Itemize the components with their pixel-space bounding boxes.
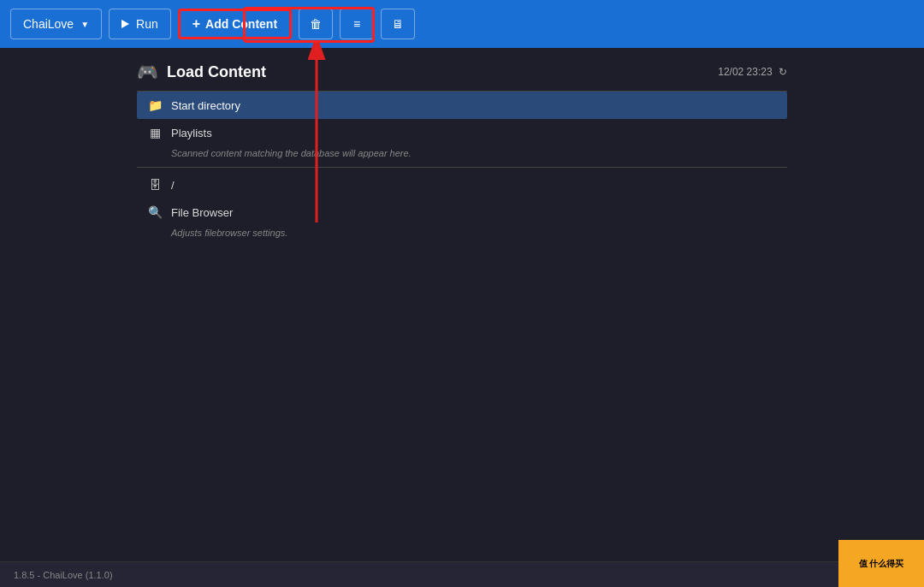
load-content-timestamp: 12/02 23:23 ↻ <box>718 66 787 78</box>
chevron-down-icon: ▼ <box>80 20 89 29</box>
run-button[interactable]: Run <box>109 9 171 39</box>
list-item[interactable]: ▦ Playlists <box>137 119 787 146</box>
version-label: 1.8.5 - ChaiLove (1.1.0) <box>14 570 113 580</box>
load-content-icon: 🎮 <box>137 62 158 82</box>
list-item[interactable]: 🔍 File Browser <box>137 199 787 226</box>
add-content-label: Add Content <box>205 17 277 31</box>
add-content-button[interactable]: + Add Content <box>178 9 292 39</box>
chailove-label: ChaiLove <box>23 17 74 31</box>
display-button[interactable]: 🖥 <box>381 9 415 39</box>
plus-icon: + <box>192 16 200 32</box>
list-item[interactable]: 📁 Start directory <box>137 92 787 119</box>
menu-button[interactable]: ≡ <box>340 9 374 39</box>
main-content: 🎮 Load Content 12/02 23:23 ↻ 📁 Start dir… <box>0 48 924 561</box>
play-icon <box>121 20 129 28</box>
delete-button[interactable]: 🗑 <box>299 9 333 39</box>
refresh-icon[interactable]: ↻ <box>779 66 787 78</box>
load-content-panel: 🎮 Load Content 12/02 23:23 ↻ 📁 Start dir… <box>137 48 787 243</box>
filebrowser-hint: Adjusts filebrowser settings. <box>137 226 787 243</box>
item-label: / <box>171 179 175 192</box>
playlists-hint: Scanned content matching the database wi… <box>137 146 787 163</box>
folder-icon: 📁 <box>147 98 163 112</box>
item-label: Playlists <box>171 127 212 139</box>
load-content-header: 🎮 Load Content 12/02 23:23 ↻ <box>137 62 787 91</box>
hamburger-icon: ≡ <box>353 17 360 31</box>
list-item[interactable]: 🗄 / <box>137 171 787 199</box>
chailove-dropdown-button[interactable]: ChaiLove ▼ <box>10 9 102 39</box>
section-divider <box>137 167 787 168</box>
delete-icon: 🗑 <box>310 17 322 31</box>
playlist-icon: ▦ <box>147 126 163 139</box>
statusbar: 1.8.5 - ChaiLove (1.1.0) 🎤 Search <box>0 561 924 587</box>
run-label: Run <box>136 17 158 31</box>
load-content-title: Load Content <box>167 63 266 81</box>
toolbar: ChaiLove ▼ Run + Add Content 🗑 ≡ 🖥 <box>0 0 924 48</box>
watermark: 值 什么得买 <box>838 540 924 587</box>
load-content-title-row: 🎮 Load Content <box>137 62 266 82</box>
item-label: Start directory <box>171 99 240 112</box>
drive-icon: 🗄 <box>147 178 163 192</box>
filebrowser-icon: 🔍 <box>147 205 163 219</box>
display-icon: 🖥 <box>392 17 404 31</box>
item-label: File Browser <box>171 206 233 219</box>
